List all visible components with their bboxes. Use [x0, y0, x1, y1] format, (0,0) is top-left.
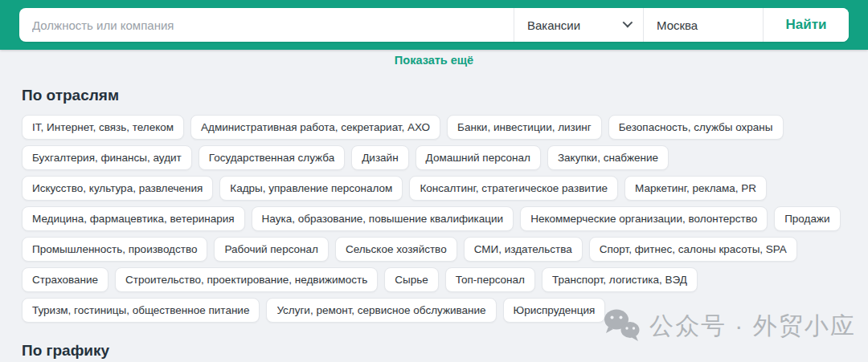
tag-chip[interactable]: Сырье: [384, 267, 439, 292]
tag-chip[interactable]: Строительство, проектирование, недвижимо…: [115, 267, 378, 292]
tag-chip[interactable]: СМИ, издательства: [464, 237, 583, 262]
tag-chip[interactable]: IT, Интернет, связь, телеком: [22, 115, 184, 140]
tag-chip[interactable]: Закупки, снабжение: [547, 145, 669, 170]
tag-chip[interactable]: Кадры, управление персоналом: [219, 176, 403, 201]
chevron-down-icon: [623, 17, 633, 27]
content: По отраслям IT, Интернет, связь, телеком…: [0, 87, 868, 362]
tag-chip[interactable]: Бухгалтерия, финансы, аудит: [22, 145, 192, 170]
tag-chip[interactable]: Искусство, культура, развлечения: [22, 176, 213, 201]
search-type-select[interactable]: Вакансии: [514, 8, 643, 42]
section-title-schedule: По графику: [22, 342, 846, 360]
tag-chip[interactable]: Рабочий персонал: [214, 237, 328, 262]
tag-chip[interactable]: Маркетинг, реклама, PR: [624, 176, 767, 201]
tag-chip[interactable]: Спорт, фитнес, салоны красоты, SPA: [589, 237, 797, 262]
section-schedule: По графику Работа вахтой1 через 32 через…: [22, 342, 846, 362]
section-title-industries: По отраслям: [22, 87, 846, 104]
tag-chip[interactable]: Транспорт, логистика, ВЭД: [542, 267, 698, 292]
section-industries: По отраслям IT, Интернет, связь, телеком…: [22, 87, 846, 323]
tag-chip[interactable]: Государственная служба: [199, 145, 345, 170]
show-more-link[interactable]: Показать ещё: [395, 54, 473, 67]
tag-chip[interactable]: Промышленность, производство: [22, 237, 207, 262]
city-input[interactable]: [644, 8, 763, 42]
tag-chip[interactable]: Туризм, гостиницы, общественное питание: [22, 298, 260, 323]
tag-chip[interactable]: Топ-персонал: [445, 267, 535, 292]
show-more-row: Показать ещё: [0, 50, 868, 67]
industry-tag-list: IT, Интернет, связь, телекомАдминистрати…: [22, 115, 846, 323]
search-pill: Вакансии Найти: [19, 8, 849, 42]
tag-chip[interactable]: Медицина, фармацевтика, ветеринария: [22, 206, 245, 231]
tag-chip[interactable]: Домашний персонал: [416, 145, 541, 170]
search-type-value: Вакансии: [527, 18, 580, 32]
find-button[interactable]: Найти: [764, 8, 849, 42]
keyword-input[interactable]: [19, 8, 514, 42]
tag-chip[interactable]: Банки, инвестиции, лизинг: [447, 115, 602, 140]
tag-chip[interactable]: Наука, образование, повышение квалификац…: [252, 206, 514, 231]
tag-chip[interactable]: Консалтинг, стратегическое развитие: [409, 176, 618, 201]
tag-chip[interactable]: Страхование: [22, 267, 108, 292]
tag-chip[interactable]: Сельское хозяйство: [335, 237, 457, 262]
tag-chip[interactable]: Дизайн: [351, 145, 408, 170]
tag-chip[interactable]: Услуги, ремонт, сервисное обслуживание: [266, 298, 496, 323]
tag-chip[interactable]: Продажи: [774, 206, 840, 231]
tag-chip[interactable]: Административная работа, секретариат, АХ…: [190, 115, 440, 140]
tag-chip[interactable]: Безопасность, службы охраны: [608, 115, 784, 140]
tag-chip[interactable]: Некоммерческие организации, волонтерство: [520, 206, 768, 231]
tag-chip[interactable]: Юриспруденция: [503, 298, 606, 323]
search-bar: Вакансии Найти: [0, 0, 868, 50]
